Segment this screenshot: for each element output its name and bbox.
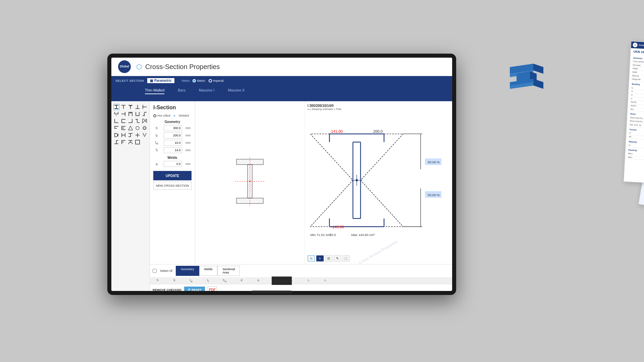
shape-pi2[interactable]	[135, 111, 141, 117]
param-h-input[interactable]	[164, 125, 182, 131]
svg-rect-14	[114, 112, 115, 114]
roll-toggle: Hot rolled ● Welded	[153, 114, 192, 117]
shape-z[interactable]	[142, 111, 148, 117]
view-btn-3[interactable]: ⊡	[325, 255, 332, 261]
hot-rolled-radio[interactable]: Hot rolled	[153, 114, 170, 117]
shape-l[interactable]	[113, 118, 119, 124]
param-b-input[interactable]	[164, 132, 182, 138]
shape-h[interactable]	[120, 132, 126, 138]
svg-rect-25	[144, 112, 147, 113]
svg-rect-18	[128, 112, 132, 113]
parametric-button[interactable]: ▦ Parametric	[147, 78, 174, 83]
svg-rect-59	[130, 134, 131, 137]
svg-rect-9	[137, 105, 138, 108]
tab-bars[interactable]: Bars	[178, 87, 185, 94]
welds-label: Welds	[153, 156, 192, 160]
shape-pi[interactable]	[127, 111, 133, 117]
bottom-area: Select All Geometry Welds SectionalArea …	[150, 264, 452, 291]
svg-rect-23	[136, 112, 136, 115]
shape-box[interactable]	[135, 139, 141, 145]
svg-rect-55	[121, 133, 122, 137]
svg-rect-45	[121, 129, 125, 130]
shape-t2[interactable]	[127, 104, 133, 110]
svg-rect-73	[129, 142, 132, 143]
new-section-button[interactable]: NEW CROSS-SECTION	[153, 182, 192, 190]
shape-i[interactable]	[113, 104, 119, 110]
tab-welds[interactable]: Welds	[199, 266, 218, 276]
svg-rect-61	[136, 135, 140, 135]
update-button[interactable]: UPDATE	[153, 171, 192, 180]
section-label: I 300/200/10/14/0	[308, 104, 449, 108]
svg-rect-6	[129, 106, 131, 106]
view-btn-1[interactable]: ⊞	[308, 255, 315, 261]
shape-l2[interactable]	[127, 118, 133, 124]
tab-massive-i[interactable]: Massive I	[199, 87, 214, 94]
svg-text:-143.00: -143.00	[331, 225, 344, 229]
tab-thin-walled[interactable]: Thin-Walled	[145, 87, 164, 94]
svg-rect-17	[125, 112, 125, 116]
svg-rect-22	[136, 115, 140, 116]
shape-t5[interactable]	[113, 111, 119, 117]
nav-tabs: Thin-Walled Bars Massive I Massive II	[111, 84, 452, 96]
shape-t10[interactable]	[120, 139, 126, 145]
param-tw-input[interactable]	[164, 140, 182, 146]
shape-t4[interactable]	[142, 104, 148, 110]
shape-t3[interactable]	[135, 104, 141, 110]
view-btn-2[interactable]: ≡	[316, 255, 324, 261]
tab-sectional-area[interactable]: SectionalArea	[217, 266, 240, 276]
svg-rect-8	[136, 108, 140, 109]
svg-rect-69	[122, 140, 125, 141]
metric-radio[interactable]: Metric	[193, 79, 205, 82]
shape-i2[interactable]	[113, 132, 119, 138]
shape-t7[interactable]	[127, 132, 133, 138]
pdf-button[interactable]: PDF	[208, 286, 217, 291]
svg-text:50.00 %: 50.00 %	[428, 160, 440, 164]
svg-marker-64	[143, 133, 147, 137]
shape-t11[interactable]	[127, 139, 133, 145]
shape-n[interactable]	[142, 118, 148, 124]
svg-text:141.00: 141.00	[331, 129, 343, 133]
shape-sig[interactable]	[120, 125, 126, 131]
svg-rect-46	[121, 128, 124, 128]
shape-t8[interactable]	[135, 132, 141, 138]
shape-t9[interactable]	[113, 139, 119, 145]
view-btn-4[interactable]: ✎	[334, 255, 341, 261]
svg-text:10.0: 10.0	[329, 233, 336, 237]
param-tf-input[interactable]	[164, 147, 182, 153]
svg-rect-74	[128, 143, 129, 144]
nav-top: SELECT SECTION ▦ Parametric Metric Metri…	[111, 76, 452, 84]
svg-rect-21	[129, 113, 131, 113]
shape-s[interactable]	[135, 118, 141, 124]
shape-t6[interactable]	[120, 111, 126, 117]
svg-rect-2	[114, 108, 118, 109]
svg-rect-15	[118, 112, 118, 114]
view-btn-5[interactable]: ⬚	[342, 255, 350, 261]
svg-rect-76	[136, 140, 140, 144]
ibeam-svg	[506, 62, 547, 92]
shape-c[interactable]	[120, 118, 126, 124]
tab-massive-ii[interactable]: Massive II	[228, 87, 245, 94]
doc-front-header: D Cross-Section Properties	[631, 41, 644, 53]
shape-circ[interactable]	[135, 125, 141, 131]
svg-rect-7	[130, 106, 131, 109]
param-a-input[interactable]	[164, 161, 182, 167]
shape-t[interactable]	[120, 104, 126, 110]
shape-tri[interactable]	[127, 125, 133, 131]
center-panel: I-Section Hot rolled ● Welded Geometry	[150, 101, 452, 291]
reset-icon: ↺	[187, 288, 190, 291]
table-header-row: Select All Geometry Welds SectionalArea	[150, 264, 452, 278]
logo-text: Dlubal	[120, 65, 129, 68]
shape-v[interactable]	[142, 132, 148, 138]
metric-radio-dot	[193, 79, 196, 82]
reset-button[interactable]: ↺ RESET	[184, 287, 205, 291]
shape-circ2[interactable]	[142, 125, 148, 131]
drawing-area: I 300/200/10/14/0 ω | Warping ordinates …	[195, 101, 452, 264]
bottom-controls: REMOVE CHECKED ↺ RESET PDF	[150, 284, 452, 291]
imperial-radio[interactable]: Imperial	[209, 79, 224, 82]
svg-rect-70	[122, 142, 124, 142]
title-icon: ⬡	[136, 63, 142, 71]
remove-checked-button[interactable]: REMOVE CHECKED	[153, 288, 181, 291]
shape-g[interactable]	[113, 125, 119, 131]
select-all-checkbox[interactable]	[153, 269, 157, 273]
tab-geometry[interactable]: Geometry	[176, 266, 199, 276]
